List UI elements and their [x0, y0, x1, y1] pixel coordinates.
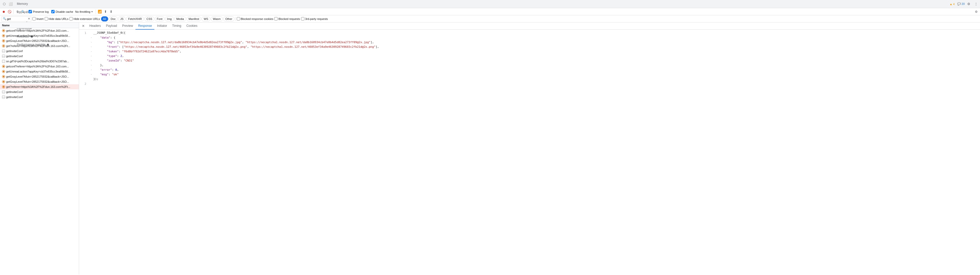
record-button[interactable]: ⏺ [2, 10, 6, 14]
resp-tab-response[interactable]: Response [135, 22, 154, 30]
clear-search-button[interactable]: ✕ [28, 17, 30, 21]
resp-tab-headers[interactable]: Headers [87, 22, 103, 30]
close-panel-button[interactable]: ✕ [81, 24, 86, 29]
filter-type-other[interactable]: Other [223, 16, 234, 21]
disable-cache-checkbox[interactable] [51, 10, 55, 13]
filter-type-ws[interactable]: WS [202, 16, 210, 21]
collapse-icon[interactable]: - [89, 63, 93, 67]
code-line: 1__JSONP_55e66mf_0({ [79, 30, 980, 35]
code-line: - "front": ["https://necaptcha.nosdn.127… [79, 45, 980, 49]
code-line: - "msg": "ok" [79, 72, 980, 77]
request-item[interactable]: getUnread.action?appKey=cb37e835cc3ea89b… [0, 33, 79, 38]
settings-icon[interactable]: ⚙ [966, 1, 972, 7]
request-item[interactable]: getInviteConf [0, 94, 79, 99]
collapse-icon[interactable]: - [89, 35, 93, 40]
request-name: get?referer=https%3A%2F%2Fdun.163.com%2F… [6, 85, 70, 88]
filter-type-manifest[interactable]: Manifest [186, 16, 201, 21]
devtools-right-actions: ▲ 4 💬 20 ⚙ ⋮ [950, 1, 979, 7]
hide-data-urls-checkbox[interactable] [45, 17, 48, 21]
code-token: "https://necaptcha1.nosdn.127.net/46053e… [251, 45, 375, 48]
collapse-icon[interactable]: - [89, 59, 93, 62]
collapse-icon[interactable]: - [89, 72, 93, 76]
code-line: - "error": 0, [79, 68, 980, 72]
request-item[interactable]: getconf?referer=https%3A%2F%2Fdun.163.co… [0, 64, 79, 69]
third-party-requests-checkbox[interactable] [301, 17, 304, 21]
request-name: getInviteConf [6, 90, 23, 93]
request-item[interactable]: getUnread.action?appKey=cb37e835cc3ea89b… [0, 69, 79, 74]
collapse-icon[interactable]: - [89, 54, 93, 58]
blocked-response-cookies-checkbox[interactable] [237, 17, 240, 21]
request-item[interactable]: getGrayLevel?kfuin=2852175932&callback=J… [0, 79, 79, 84]
code-content: "data": { [93, 35, 980, 40]
request-item[interactable]: getGrayLevel?kfuin=2852175932&callback=J… [0, 74, 79, 79]
request-name: get?referer=https%3A%2F%2Fdun.163.com%2F… [6, 45, 70, 48]
disable-cache-label[interactable]: Disable cache [51, 10, 73, 13]
search-input[interactable] [7, 18, 27, 21]
resp-tab-preview[interactable]: Preview [120, 22, 136, 30]
request-icon-xhr [2, 85, 5, 88]
code-token: "bg" [107, 41, 114, 44]
devtools-tab-memory[interactable]: Memory [14, 0, 52, 8]
import-button[interactable]: ⬆ [103, 10, 108, 14]
line-number [79, 35, 89, 36]
settings-gear-icon[interactable]: ⚙ [974, 10, 978, 14]
request-item[interactable]: sn.gif?d=pid%3Dcaptcha%26bid%3D07e2387ab… [0, 59, 79, 64]
response-content[interactable]: 1__JSONP_55e66mf_0({- "data": {- "bg": [… [79, 30, 980, 275]
filter-type-css[interactable]: CSS [145, 16, 154, 21]
search-button[interactable]: 🔍 [21, 10, 25, 14]
preserve-log-label[interactable]: Preserve log [29, 10, 49, 13]
separator-2 [27, 10, 27, 14]
preserve-log-checkbox[interactable] [29, 10, 32, 13]
third-party-requests-label[interactable]: 3rd-party requests [301, 17, 328, 21]
blocked-requests-checkbox[interactable] [274, 17, 278, 21]
throttle-selector[interactable]: No throttling ▼ [74, 10, 94, 14]
request-item[interactable]: get?referer=https%3A%2F%2Fdun.163.com%2F… [0, 84, 79, 90]
resp-tab-timing[interactable]: Timing [170, 22, 184, 30]
clear-button[interactable]: 🚫 [7, 10, 12, 14]
filter-type-fetch/xhr[interactable]: Fetch/XHR [126, 16, 144, 21]
resp-tab-cookies[interactable]: Cookies [184, 22, 200, 30]
line-number: 1 [79, 30, 89, 35]
filter-type-font[interactable]: Font [155, 16, 165, 21]
request-item[interactable]: getInviteConf [0, 90, 79, 94]
export-button[interactable]: ⬇ [109, 10, 113, 14]
collapse-icon[interactable]: - [89, 45, 93, 49]
request-icon-doc [2, 50, 5, 53]
filter-button[interactable]: ⚲ [15, 10, 20, 14]
request-item[interactable]: getInviteConf [0, 48, 79, 54]
blocked-requests-label[interactable]: Blocked requests [274, 17, 300, 21]
resp-tab-payload[interactable]: Payload [103, 22, 119, 30]
hide-data-urls-label[interactable]: Hide data URLs [45, 17, 68, 21]
code-token: "data" [100, 36, 110, 39]
blocked-response-cookies-label[interactable]: Blocked response cookies [237, 17, 274, 21]
filter-type-js[interactable]: JS [118, 16, 126, 21]
cursor-icon[interactable]: ⬡ [1, 1, 7, 7]
request-item[interactable]: getGrayLevel?kfuin=2852175932&callback=J… [0, 38, 79, 43]
collapse-icon[interactable]: - [89, 49, 93, 53]
filter-type-img[interactable]: Img [165, 16, 174, 21]
hide-extension-label[interactable]: Hide extension URLs [69, 17, 100, 21]
request-item[interactable]: getconf?referer=https%3A%2F%2Fdun.163.co… [0, 28, 79, 33]
invert-checkbox[interactable] [32, 17, 36, 21]
request-item[interactable]: get?referer=https%3A%2F%2Fdun.163.com%2F… [0, 43, 79, 48]
collapse-icon[interactable]: - [89, 40, 93, 44]
request-icon-xhr [2, 34, 5, 37]
request-icon-doc [2, 54, 5, 58]
invert-label[interactable]: Invert [32, 17, 44, 21]
code-content: "msg": "ok" [93, 72, 980, 77]
filter-type-all[interactable]: All [101, 16, 108, 21]
filter-type-doc[interactable]: Doc [109, 16, 118, 21]
throttle-arrow-icon: ▼ [91, 10, 93, 13]
collapse-icon[interactable]: - [89, 68, 93, 72]
hide-extension-checkbox[interactable] [69, 17, 73, 21]
filter-type-media[interactable]: Media [174, 16, 186, 21]
line-number [79, 49, 89, 50]
more-icon[interactable]: ⋮ [973, 1, 979, 7]
filter-divider [235, 17, 236, 21]
request-item[interactable]: getInviteConf [0, 54, 79, 59]
filter-type-wasm[interactable]: Wasm [211, 16, 223, 21]
resp-tab-initiator[interactable]: Initiator [154, 22, 169, 30]
device-icon[interactable]: ⬜ [8, 1, 14, 7]
online-button[interactable]: 📶 [97, 10, 102, 14]
warning-badge: ▲ 4 [950, 3, 955, 6]
